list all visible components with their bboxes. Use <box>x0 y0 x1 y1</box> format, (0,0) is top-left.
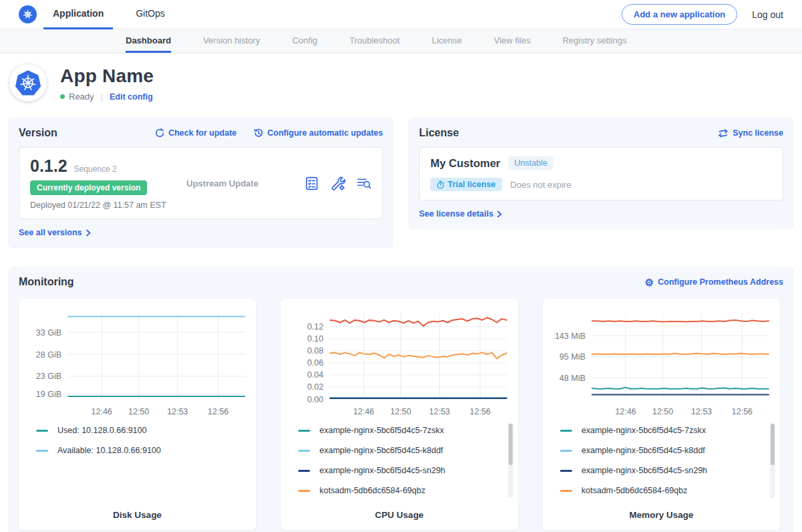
stopwatch-icon <box>436 180 444 189</box>
legend-scrollbar[interactable] <box>770 423 775 498</box>
svg-text:12:53: 12:53 <box>167 407 188 416</box>
app-logo-icon <box>9 64 47 102</box>
legend-color-dash <box>298 470 310 472</box>
legend-item: kotsadm-5db6dc6584-69qbz <box>298 486 501 495</box>
tab-view-files[interactable]: View files <box>494 29 531 53</box>
configure-prometheus-link[interactable]: ⚙ Configure Prometheus Address <box>645 277 783 287</box>
legend-color-dash <box>298 450 310 452</box>
legend-color-dash <box>560 470 572 472</box>
legend-item: example-nginx-5bc6f5d4c5-sn29h <box>560 466 763 475</box>
memory-usage-legend: example-nginx-5bc6f5d4c5-7zskxexample-ng… <box>543 419 780 510</box>
svg-text:28 GiB: 28 GiB <box>35 350 61 360</box>
legend-color-dash <box>298 430 310 432</box>
license-panel: My Customer Unstable Trial license Does … <box>419 147 783 201</box>
ready-status-label: Ready <box>69 92 94 102</box>
disk-usage-plot: 33 GiB28 GiB23 GiB19 GiB12:4612:5012:531… <box>24 307 251 419</box>
refresh-icon <box>155 128 164 138</box>
app-header: App Name Ready | Edit config <box>0 53 802 111</box>
tab-troubleshoot[interactable]: Troubleshoot <box>350 29 400 53</box>
chart-title: Memory Usage <box>543 510 780 530</box>
svg-text:19 GiB: 19 GiB <box>35 390 61 399</box>
svg-text:23 GiB: 23 GiB <box>35 372 61 381</box>
license-card-title: License <box>419 127 459 139</box>
legend-item: example-nginx-5bc6f5d4c5-k8ddf <box>560 446 763 455</box>
chart-title: Disk Usage <box>19 510 256 530</box>
tab-dashboard[interactable]: Dashboard <box>126 29 171 53</box>
disk-usage-legend: Used: 10.128.0.66:9100Available: 10.128.… <box>19 419 256 510</box>
svg-text:12:50: 12:50 <box>128 407 148 416</box>
cpu-usage-legend: example-nginx-5bc6f5d4c5-7zskxexample-ng… <box>281 419 518 510</box>
legend-label: kotsadm-5db6dc6584-69qbz <box>319 486 425 495</box>
view-logs-icon[interactable] <box>356 176 372 191</box>
legend-item: example-nginx-5bc6f5d4c5-k8ddf <box>298 446 501 455</box>
gear-icon: ⚙ <box>645 277 654 287</box>
tab-version-history[interactable]: Version history <box>203 29 260 53</box>
sync-license-link[interactable]: Sync license <box>718 128 783 138</box>
memory-usage-plot: 143 MiB95 MiB48 MiB12:4612:5012:5312:56 <box>548 307 775 419</box>
clock-refresh-icon <box>254 128 263 138</box>
kubernetes-logo-icon[interactable] <box>19 5 37 23</box>
see-all-versions-link[interactable]: See all versions <box>19 228 383 237</box>
deployed-version-badge: Currently deployed version <box>30 180 147 195</box>
license-expiry: Does not expire <box>511 180 571 190</box>
legend-item: Used: 10.128.0.66:9100 <box>36 426 239 435</box>
legend-label: kotsadm-5db6dc6584-69qbz <box>581 486 687 495</box>
svg-text:12:50: 12:50 <box>390 407 410 416</box>
app-sub-nav: DashboardVersion historyConfigTroublesho… <box>0 29 802 53</box>
current-version-panel: 0.1.2 Sequence 2 Currently deployed vers… <box>19 147 383 219</box>
monitoring-title: Monitoring <box>19 276 74 288</box>
tab-license[interactable]: License <box>432 29 462 53</box>
legend-label: Used: 10.128.0.66:9100 <box>57 426 146 435</box>
tab-config[interactable]: Config <box>292 29 317 53</box>
license-card: License Sync license My Customer Unstabl… <box>408 118 794 229</box>
legend-item: example-nginx-5bc6f5d4c5-7zskx <box>298 426 501 435</box>
preflight-checks-icon[interactable] <box>304 176 319 191</box>
sync-license-label: Sync license <box>732 128 783 138</box>
svg-text:0.04: 0.04 <box>307 370 323 380</box>
chart-title: CPU Usage <box>281 510 518 530</box>
top-tab-application[interactable]: Application <box>43 0 113 29</box>
legend-label: example-nginx-5bc6f5d4c5-sn29h <box>581 466 707 475</box>
configure-automatic-updates-link[interactable]: Configure automatic updates <box>254 128 383 138</box>
svg-text:33 GiB: 33 GiB <box>35 328 61 338</box>
svg-text:0.10: 0.10 <box>307 334 323 344</box>
logout-button[interactable]: Log out <box>752 9 783 20</box>
legend-label: example-nginx-5bc6f5d4c5-7zskx <box>319 426 444 435</box>
summary-cards-row: Version Check for update Configure autom… <box>0 118 802 248</box>
svg-text:143 MiB: 143 MiB <box>555 331 585 341</box>
config-tools-icon[interactable] <box>330 176 346 191</box>
svg-text:12:50: 12:50 <box>652 407 672 416</box>
cpu-usage-plot: 0.120.100.080.060.040.020.0012:4612:5012… <box>286 307 513 419</box>
legend-label: example-nginx-5bc6f5d4c5-7zskx <box>581 426 706 435</box>
svg-text:0.00: 0.00 <box>307 395 323 404</box>
check-for-update-link[interactable]: Check for update <box>155 128 237 138</box>
svg-text:48 MiB: 48 MiB <box>559 374 585 383</box>
legend-label: example-nginx-5bc6f5d4c5-k8ddf <box>581 446 705 455</box>
page-title: App Name <box>60 65 154 87</box>
see-license-details-link[interactable]: See license details <box>419 209 783 219</box>
add-application-button[interactable]: Add a new application <box>622 4 737 25</box>
edit-config-link[interactable]: Edit config <box>110 92 153 102</box>
svg-text:12:56: 12:56 <box>731 407 752 416</box>
version-number: 0.1.2 <box>30 156 68 176</box>
legend-color-dash <box>298 490 310 492</box>
legend-item: example-nginx-5bc6f5d4c5-7zskx <box>560 426 763 435</box>
svg-text:0.06: 0.06 <box>307 358 323 368</box>
trial-license-badge: Trial license <box>430 178 502 191</box>
charts-row: 33 GiB28 GiB23 GiB19 GiB12:4612:5012:531… <box>19 299 783 530</box>
legend-color-dash <box>560 430 572 432</box>
chevron-right-icon <box>86 229 92 237</box>
tab-registry-settings[interactable]: Registry settings <box>563 29 627 53</box>
see-all-versions-label: See all versions <box>19 228 82 237</box>
legend-label: example-nginx-5bc6f5d4c5-sn29h <box>319 466 445 475</box>
top-tab-gitops[interactable]: GitOps <box>126 0 174 29</box>
cpu-usage-chart: 0.120.100.080.060.040.020.0012:4612:5012… <box>281 299 518 530</box>
svg-text:95 MiB: 95 MiB <box>559 352 585 362</box>
memory-usage-chart: 143 MiB95 MiB48 MiB12:4612:5012:5312:56 … <box>543 299 780 530</box>
legend-scrollbar[interactable] <box>508 423 513 498</box>
svg-text:12:46: 12:46 <box>353 407 374 416</box>
ready-status-dot <box>60 94 65 99</box>
top-tabs: ApplicationGitOps <box>43 0 174 29</box>
legend-label: Available: 10.128.0.66:9100 <box>57 446 161 455</box>
top-nav: ApplicationGitOps Add a new application … <box>0 0 802 29</box>
